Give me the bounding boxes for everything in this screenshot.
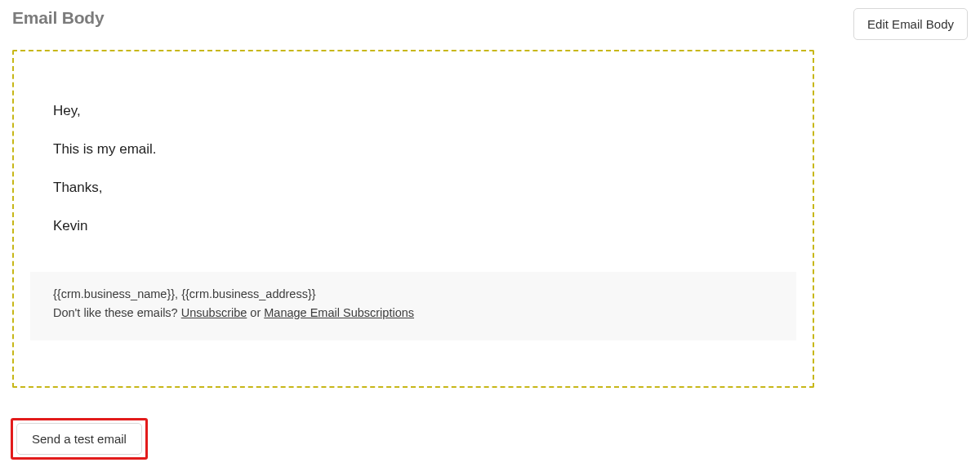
edit-email-body-button[interactable]: Edit Email Body: [853, 8, 968, 40]
section-header: Email Body Edit Email Body: [12, 8, 968, 40]
email-preview-box: Hey, This is my email. Thanks, Kevin {{c…: [12, 50, 814, 388]
send-test-highlight: Send a test email: [11, 418, 148, 460]
footer-unsubscribe-line: Don't like these emails? Unsubscribe or …: [53, 304, 773, 322]
footer-merge-vars: {{crm.business_name}}, {{crm.business_ad…: [53, 285, 773, 304]
footer-prefix: Don't like these emails?: [53, 306, 181, 319]
email-body-section: Email Body Edit Email Body Hey, This is …: [0, 0, 980, 396]
email-body-text: This is my email.: [53, 140, 772, 159]
email-signature: Kevin: [53, 217, 772, 236]
email-signoff: Thanks,: [53, 179, 772, 198]
email-greeting: Hey,: [53, 102, 772, 121]
email-content: Hey, This is my email. Thanks, Kevin: [30, 66, 796, 272]
email-preview-outer: Hey, This is my email. Thanks, Kevin {{c…: [30, 66, 796, 340]
section-title: Email Body: [12, 8, 104, 28]
email-footer: {{crm.business_name}}, {{crm.business_ad…: [30, 272, 796, 322]
send-test-email-button[interactable]: Send a test email: [16, 423, 142, 455]
manage-subscriptions-link[interactable]: Manage Email Subscriptions: [264, 306, 414, 319]
footer-middle: or: [247, 306, 264, 319]
unsubscribe-link[interactable]: Unsubscribe: [181, 306, 247, 319]
